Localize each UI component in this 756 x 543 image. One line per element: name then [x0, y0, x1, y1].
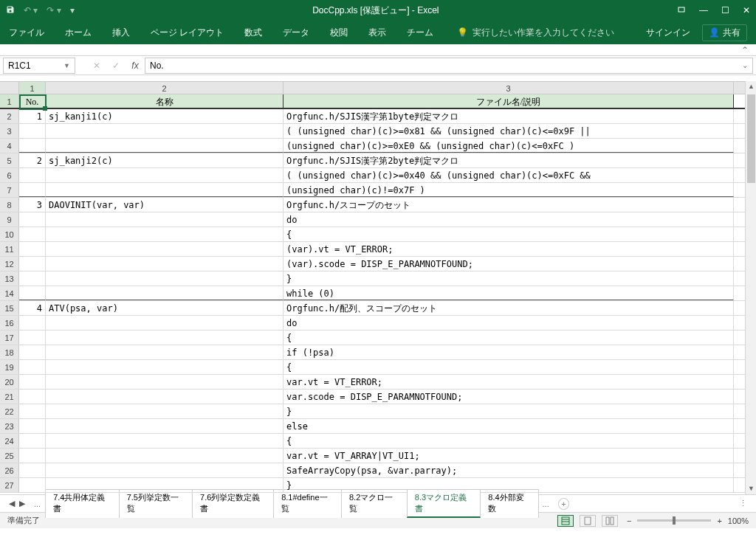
row-header[interactable]: 14 — [0, 286, 19, 300]
cell[interactable] — [46, 449, 284, 463]
sheet-nav-next-icon[interactable]: ▶ — [19, 499, 25, 508]
vertical-scrollbar[interactable]: ▲ ▼ — [745, 81, 756, 494]
cell[interactable] — [46, 286, 284, 300]
col-header[interactable]: 1 — [19, 82, 46, 94]
row-header[interactable]: 27 — [0, 478, 19, 492]
cell[interactable]: ATV(psa, var) — [46, 301, 284, 315]
cell[interactable] — [46, 345, 284, 359]
cell[interactable]: 4 — [19, 301, 46, 315]
row-header[interactable]: 3 — [0, 124, 19, 138]
cell[interactable] — [46, 227, 284, 241]
cell[interactable] — [19, 257, 46, 271]
formula-expand-icon[interactable]: ⌄ — [742, 61, 748, 69]
row-header[interactable]: 8 — [0, 198, 19, 212]
row-header[interactable]: 23 — [0, 419, 19, 433]
cell[interactable]: { — [284, 227, 734, 241]
cell[interactable]: do — [284, 212, 734, 226]
cell[interactable] — [46, 257, 284, 271]
cell[interactable]: Orgfunc.h/SJIS漢字第2byte判定マクロ — [284, 153, 734, 167]
name-box[interactable]: R1C1 ▼ — [3, 58, 75, 74]
cell[interactable] — [19, 449, 46, 463]
cell[interactable]: } — [284, 478, 734, 492]
cell[interactable]: (var).vt = VT_ERROR; — [284, 242, 734, 256]
cell[interactable] — [46, 375, 284, 389]
cell[interactable] — [19, 478, 46, 492]
row-header[interactable]: 26 — [0, 463, 19, 477]
row-header[interactable]: 13 — [0, 272, 19, 286]
col-header[interactable]: 3 — [284, 82, 734, 94]
cell[interactable] — [19, 212, 46, 226]
zoom-in-button[interactable]: + — [717, 516, 721, 525]
cell[interactable] — [19, 183, 46, 197]
row-header[interactable]: 2 — [0, 109, 19, 123]
row-header[interactable]: 15 — [0, 301, 19, 315]
tell-me[interactable]: 💡実行したい作業を入力してください — [457, 27, 614, 39]
row-header[interactable]: 17 — [0, 331, 19, 345]
cell[interactable] — [46, 404, 284, 418]
row-header[interactable]: 21 — [0, 390, 19, 404]
cell[interactable]: 2 — [19, 153, 46, 167]
tab-home[interactable]: ホーム — [65, 27, 92, 39]
grid[interactable]: 1 2 3 1No.名称ファイル名/説明21sj_kanji1(c)Orgfun… — [0, 81, 756, 494]
undo-icon[interactable]: ↶ ▾ — [24, 5, 38, 15]
scroll-down-icon[interactable]: ▼ — [746, 483, 756, 494]
cell[interactable]: SafeArrayCopy(psa, &var.parray); — [284, 463, 734, 477]
header-cell[interactable]: No. — [19, 94, 46, 108]
cell[interactable]: DAOVINIT(var, var) — [46, 198, 284, 212]
tab-review[interactable]: 校閲 — [330, 27, 348, 39]
cell[interactable] — [19, 375, 46, 389]
cell[interactable]: { — [284, 360, 734, 374]
cell[interactable] — [19, 331, 46, 345]
view-normal-icon[interactable] — [557, 515, 574, 527]
cell[interactable] — [46, 124, 284, 138]
cell[interactable]: { — [284, 434, 734, 448]
row-header[interactable]: 7 — [0, 183, 19, 197]
cell[interactable]: var.scode = DISP_E_PARAMNOTFOUND; — [284, 390, 734, 404]
row-header[interactable]: 12 — [0, 257, 19, 271]
cell[interactable]: } — [284, 404, 734, 418]
cell[interactable] — [19, 419, 46, 433]
cell[interactable]: else — [284, 419, 734, 433]
cell[interactable] — [46, 316, 284, 330]
cell[interactable] — [19, 272, 46, 286]
cell[interactable] — [46, 331, 284, 345]
row-header[interactable]: 4 — [0, 139, 19, 153]
sheet-nav-prev-icon[interactable]: ◀ — [9, 499, 15, 508]
row-header[interactable]: 11 — [0, 242, 19, 256]
cell[interactable] — [19, 168, 46, 182]
cell[interactable] — [46, 463, 284, 477]
row-header[interactable]: 25 — [0, 449, 19, 463]
minimize-icon[interactable]: — — [699, 5, 708, 16]
cell[interactable] — [46, 360, 284, 374]
redo-icon[interactable]: ↷ ▾ — [47, 5, 61, 15]
sheet-overflow-right[interactable]: ... — [538, 499, 554, 508]
col-header[interactable]: 2 — [46, 82, 284, 94]
scroll-thumb[interactable] — [747, 94, 755, 183]
row-header[interactable]: 1 — [0, 94, 19, 108]
cell[interactable] — [19, 139, 46, 153]
cell[interactable]: sj_kanji1(c) — [46, 109, 284, 123]
cell[interactable] — [19, 286, 46, 300]
row-header[interactable]: 24 — [0, 434, 19, 448]
cell[interactable] — [46, 139, 284, 153]
tab-page-layout[interactable]: ページ レイアウト — [151, 27, 224, 39]
formula-bar[interactable]: No. ⌄ — [145, 58, 753, 74]
cell[interactable] — [46, 419, 284, 433]
cell[interactable] — [46, 434, 284, 448]
sheet-overflow-left[interactable]: ... — [30, 499, 45, 508]
row-header[interactable]: 19 — [0, 360, 19, 374]
cell[interactable] — [19, 316, 46, 330]
tab-view[interactable]: 表示 — [368, 27, 386, 39]
cell[interactable] — [19, 227, 46, 241]
cell[interactable]: ( (unsigned char)(c)>=0x81 && (unsigned … — [284, 124, 734, 138]
sheet-menu-icon[interactable]: ⋮ — [739, 499, 747, 508]
cell[interactable] — [19, 242, 46, 256]
view-page-layout-icon[interactable] — [580, 515, 596, 527]
row-header[interactable]: 22 — [0, 404, 19, 418]
cell[interactable] — [46, 478, 284, 492]
ribbon-collapse-icon[interactable]: ⌃ — [741, 45, 749, 55]
cell[interactable]: { — [284, 331, 734, 345]
cell[interactable] — [19, 434, 46, 448]
cell[interactable]: while (0) — [284, 286, 734, 300]
chevron-down-icon[interactable]: ▼ — [63, 62, 70, 69]
